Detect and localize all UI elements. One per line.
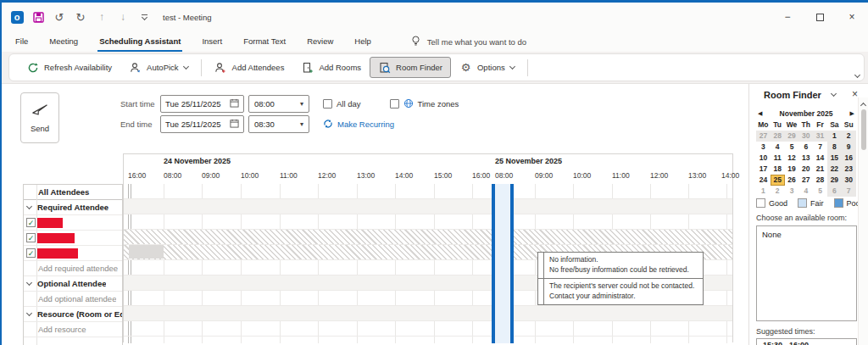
calendar-date-cell[interactable]: 28 (813, 175, 827, 186)
calendar-date-cell[interactable]: 13 (798, 153, 813, 164)
chevron-down-icon[interactable] (831, 91, 837, 97)
minimize-button[interactable]: − (771, 3, 804, 31)
attendee-checkbox[interactable]: ✓ (26, 233, 36, 242)
undo-icon[interactable]: ↺ (53, 10, 66, 24)
close-pane-icon[interactable]: × (852, 88, 858, 100)
calendar-date-cell[interactable]: 24 (756, 175, 771, 186)
calendar-date-cell[interactable]: 5 (785, 142, 799, 153)
dropdown-arrow-icon[interactable]: ▾ (300, 120, 303, 128)
calendar-date-cell[interactable]: 7 (842, 186, 856, 197)
calendar-date-cell[interactable]: 16 (842, 153, 856, 164)
calendar-date-cell[interactable]: 18 (771, 164, 785, 175)
checkbox-icon[interactable] (390, 99, 399, 109)
calendar-date-cell[interactable]: 21 (813, 164, 827, 175)
menu-tab-scheduling-assistant[interactable]: Scheduling Assistant (97, 31, 182, 52)
attendee-checkbox[interactable]: ✓ (26, 248, 36, 258)
calendar-date-cell[interactable]: 15 (827, 153, 842, 164)
calendar-date-cell[interactable]: 20 (798, 164, 813, 175)
menu-tab-help[interactable]: Help (353, 31, 373, 52)
send-button[interactable]: Send (20, 92, 59, 143)
calendar-date-cell[interactable]: 26 (785, 175, 799, 186)
attendee-row[interactable]: ✓ (24, 246, 122, 261)
chevron-down-icon[interactable] (183, 64, 189, 70)
menu-tab-insert[interactable]: Insert (200, 31, 224, 52)
make-recurring-link[interactable]: Make Recurring (323, 119, 394, 131)
available-rooms-list[interactable]: None (756, 225, 857, 321)
calendar-date-cell[interactable]: 2 (842, 131, 856, 142)
chevron-down-icon[interactable] (509, 64, 515, 70)
previous-month-icon[interactable]: ◀ (756, 110, 764, 117)
scrollbar-thumb[interactable] (861, 109, 866, 150)
calendar-date-cell[interactable]: 12 (785, 153, 799, 164)
calendar-date-cell[interactable]: 30 (842, 175, 856, 186)
redo-icon[interactable]: ↻ (74, 10, 87, 24)
outlook-logo-icon[interactable]: o (10, 10, 24, 24)
calendar-date-cell[interactable]: 30 (798, 131, 813, 142)
calendar-date-cell[interactable]: 2 (771, 186, 785, 197)
attendee-add-row[interactable]: Add required attendee (24, 261, 122, 276)
menu-tab-review[interactable]: Review (305, 31, 335, 52)
menu-tab-format-text[interactable]: Format Text (242, 31, 287, 52)
end-date-input[interactable]: Tue 25/11/2025 (160, 115, 244, 133)
move-down-icon[interactable]: ↓ (116, 10, 130, 24)
attendee-checkbox[interactable]: ✓ (26, 218, 36, 227)
calendar-date-cell[interactable]: 7 (813, 142, 827, 153)
attendee-row[interactable]: ✓ (24, 215, 122, 231)
next-month-icon[interactable]: ▶ (849, 110, 856, 117)
attendee-add-row[interactable]: Add resource (24, 322, 122, 337)
tell-me-box[interactable]: Tell me what you want to do (411, 31, 526, 52)
calendar-date-cell[interactable]: 27 (756, 131, 771, 142)
calendar-date-cell[interactable]: 31 (813, 131, 827, 142)
calendar-date-cell[interactable]: 19 (785, 164, 799, 175)
time-zones-checkbox[interactable]: Time zones (390, 98, 459, 110)
menu-tab-meeting[interactable]: Meeting (47, 31, 80, 52)
suggested-time-item[interactable]: 15:30 - 16:00 (763, 341, 850, 345)
calendar-date-cell[interactable]: 11 (771, 153, 785, 164)
calendar-picker-icon[interactable] (230, 119, 239, 130)
menu-tab-file[interactable]: File (14, 31, 30, 52)
calendar-date-cell[interactable]: 9 (842, 142, 856, 153)
free-busy-grid[interactable]: 24 November 202525 November 202516:0008:… (123, 153, 733, 342)
ribbon-button-add-attendees[interactable]: Add Attendees (206, 57, 293, 78)
close-button[interactable]: × (836, 3, 868, 31)
save-icon[interactable] (31, 10, 45, 24)
calendar-date-cell[interactable]: 6 (827, 186, 842, 197)
selection-end-handle[interactable] (510, 184, 514, 343)
move-up-icon[interactable]: ↑ (95, 10, 108, 24)
calendar-date-cell[interactable]: 3 (785, 186, 799, 197)
ribbon-button-options[interactable]: ⚙Options (451, 57, 523, 78)
ribbon-button-refresh-availability[interactable]: Refresh Availability (18, 57, 120, 78)
customize-quick-access-icon[interactable] (137, 10, 151, 24)
calendar-date-cell[interactable]: 3 (756, 142, 771, 153)
calendar-date-cell[interactable]: 5 (813, 186, 827, 197)
ribbon-button-add-rooms[interactable]: Add Rooms (292, 57, 370, 78)
calendar-date-cell[interactable]: 29 (827, 175, 842, 186)
scroll-up-icon[interactable] (860, 103, 866, 109)
ribbon-button-autopick[interactable]: AutoPick (120, 57, 197, 78)
maximize-button[interactable] (804, 3, 836, 31)
dropdown-arrow-icon[interactable]: ▾ (300, 100, 303, 108)
calendar-date-cell[interactable]: 10 (756, 153, 771, 164)
calendar-date-cell[interactable]: 29 (785, 131, 799, 142)
room-list-item[interactable]: None (762, 230, 851, 239)
calendar-date-cell[interactable]: 1 (827, 131, 842, 142)
calendar-date-cell[interactable]: 4 (771, 142, 785, 153)
end-time-combo[interactable]: 08:30 ▾ (248, 115, 309, 133)
suggested-times-list[interactable]: 15:30 - 16:00 (756, 338, 857, 345)
calendar-date-cell[interactable]: 8 (827, 142, 842, 153)
calendar-date-cell[interactable]: 4 (798, 186, 813, 197)
start-time-combo[interactable]: 08:00 ▾ (248, 95, 309, 113)
calendar-date-cell[interactable]: 27 (798, 175, 813, 186)
attendee-row[interactable]: ✓ (24, 231, 122, 246)
all-day-checkbox[interactable]: All day (323, 99, 361, 109)
calendar-date-cell[interactable]: 14 (813, 153, 827, 164)
calendar-date-cell[interactable]: 17 (756, 164, 771, 175)
room-finder-scrollbar[interactable] (858, 97, 868, 345)
calendar-date-cell[interactable]: 23 (842, 164, 856, 175)
calendar-date-cell[interactable]: 1 (756, 186, 771, 197)
selection-start-handle[interactable] (492, 184, 495, 343)
ribbon-button-room-finder[interactable]: Room Finder (370, 57, 451, 78)
attendee-add-row[interactable]: Add optional attendee (24, 292, 122, 307)
calendar-date-cell[interactable]: 28 (771, 131, 785, 142)
calendar-picker-icon[interactable] (230, 98, 239, 109)
